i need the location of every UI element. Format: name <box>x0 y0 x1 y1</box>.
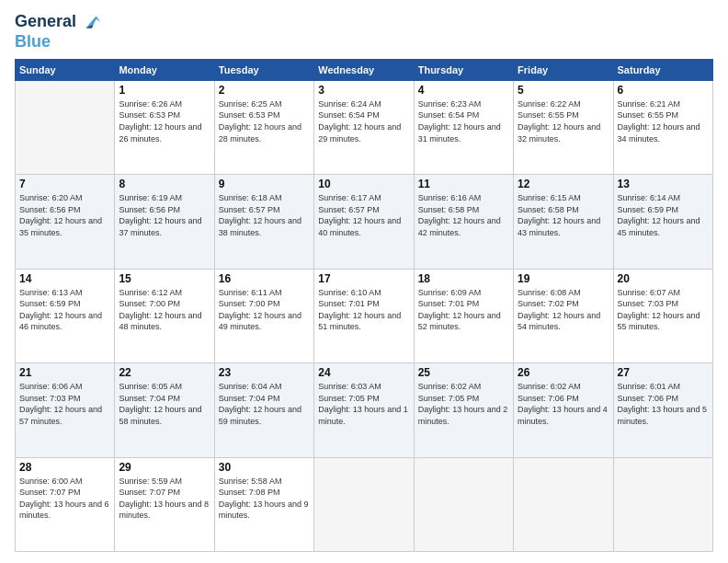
day-number: 21 <box>19 366 110 379</box>
day-number: 2 <box>219 84 310 97</box>
day-info: Sunrise: 5:58 AMSunset: 7:08 PMDaylight:… <box>219 476 310 522</box>
day-info: Sunrise: 6:03 AMSunset: 7:05 PMDaylight:… <box>318 381 409 427</box>
weekday-header: Tuesday <box>214 59 313 80</box>
weekday-header: Sunday <box>16 59 115 80</box>
calendar-week-row: 28Sunrise: 6:00 AMSunset: 7:07 PMDayligh… <box>16 457 713 551</box>
calendar-day-cell: 18Sunrise: 6:09 AMSunset: 7:01 PMDayligh… <box>414 269 513 362</box>
calendar-day-cell: 22Sunrise: 6:05 AMSunset: 7:04 PMDayligh… <box>115 363 214 457</box>
day-number: 8 <box>119 178 210 190</box>
day-number: 9 <box>219 178 310 190</box>
svg-marker-0 <box>85 17 100 29</box>
calendar-day-cell: 26Sunrise: 6:02 AMSunset: 7:06 PMDayligh… <box>514 363 613 457</box>
day-info: Sunrise: 6:15 AMSunset: 6:58 PMDaylight:… <box>518 192 609 238</box>
day-number: 23 <box>219 366 310 379</box>
weekday-header-row: SundayMondayTuesdayWednesdayThursdayFrid… <box>16 59 713 80</box>
day-info: Sunrise: 6:19 AMSunset: 6:56 PMDaylight:… <box>119 192 210 238</box>
day-number: 30 <box>219 461 310 474</box>
day-info: Sunrise: 6:23 AMSunset: 6:54 PMDaylight:… <box>418 98 509 144</box>
weekday-header: Saturday <box>613 59 712 80</box>
calendar-day-cell: 13Sunrise: 6:14 AMSunset: 6:59 PMDayligh… <box>613 175 712 269</box>
day-number: 10 <box>318 178 409 190</box>
calendar-day-cell: 4Sunrise: 6:23 AMSunset: 6:54 PMDaylight… <box>414 80 513 174</box>
day-info: Sunrise: 6:26 AMSunset: 6:53 PMDaylight:… <box>119 98 210 144</box>
calendar-day-cell: 21Sunrise: 6:06 AMSunset: 7:03 PMDayligh… <box>16 363 115 457</box>
calendar-day-cell <box>613 457 712 551</box>
day-info: Sunrise: 6:21 AMSunset: 6:55 PMDaylight:… <box>618 98 709 144</box>
day-number: 4 <box>418 84 509 97</box>
day-number: 29 <box>119 461 210 474</box>
calendar-day-cell: 25Sunrise: 6:02 AMSunset: 7:05 PMDayligh… <box>414 363 513 457</box>
calendar-week-row: 14Sunrise: 6:13 AMSunset: 6:59 PMDayligh… <box>16 269 713 362</box>
day-info: Sunrise: 6:25 AMSunset: 6:53 PMDaylight:… <box>219 98 310 144</box>
calendar-day-cell: 16Sunrise: 6:11 AMSunset: 7:00 PMDayligh… <box>214 269 313 362</box>
day-info: Sunrise: 6:06 AMSunset: 7:03 PMDaylight:… <box>19 381 110 427</box>
day-info: Sunrise: 6:01 AMSunset: 7:06 PMDaylight:… <box>618 381 709 427</box>
day-info: Sunrise: 6:22 AMSunset: 6:55 PMDaylight:… <box>518 98 609 144</box>
day-info: Sunrise: 6:12 AMSunset: 7:00 PMDaylight:… <box>119 287 210 333</box>
weekday-header: Monday <box>115 59 214 80</box>
day-info: Sunrise: 6:02 AMSunset: 7:06 PMDaylight:… <box>518 381 609 427</box>
page: General Blue SundayMondayTuesdayWednesda… <box>0 0 728 563</box>
logo-text-blue: Blue <box>15 32 51 51</box>
day-info: Sunrise: 6:24 AMSunset: 6:54 PMDaylight:… <box>318 98 409 144</box>
day-info: Sunrise: 6:16 AMSunset: 6:58 PMDaylight:… <box>418 192 509 238</box>
calendar-day-cell: 6Sunrise: 6:21 AMSunset: 6:55 PMDaylight… <box>613 80 712 174</box>
calendar-day-cell: 20Sunrise: 6:07 AMSunset: 7:03 PMDayligh… <box>613 269 712 362</box>
day-number: 20 <box>618 272 709 285</box>
day-number: 7 <box>19 178 110 190</box>
day-number: 1 <box>119 84 210 97</box>
day-number: 6 <box>618 84 709 97</box>
weekday-header: Wednesday <box>314 59 414 80</box>
day-number: 11 <box>418 178 509 190</box>
day-number: 22 <box>119 366 210 379</box>
calendar-day-cell: 27Sunrise: 6:01 AMSunset: 7:06 PMDayligh… <box>613 363 712 457</box>
day-number: 15 <box>119 272 210 285</box>
calendar-table: SundayMondayTuesdayWednesdayThursdayFrid… <box>15 59 713 552</box>
day-info: Sunrise: 6:11 AMSunset: 7:00 PMDaylight:… <box>219 287 310 333</box>
calendar-day-cell: 7Sunrise: 6:20 AMSunset: 6:56 PMDaylight… <box>16 175 115 269</box>
header: General Blue <box>15 11 713 52</box>
calendar-day-cell: 5Sunrise: 6:22 AMSunset: 6:55 PMDaylight… <box>514 80 613 174</box>
calendar-day-cell: 1Sunrise: 6:26 AMSunset: 6:53 PMDaylight… <box>115 80 214 174</box>
day-number: 12 <box>518 178 609 190</box>
weekday-header: Thursday <box>414 59 513 80</box>
day-info: Sunrise: 6:10 AMSunset: 7:01 PMDaylight:… <box>318 287 409 333</box>
calendar-day-cell: 15Sunrise: 6:12 AMSunset: 7:00 PMDayligh… <box>115 269 214 362</box>
day-number: 28 <box>19 461 110 474</box>
day-number: 17 <box>318 272 409 285</box>
day-number: 14 <box>19 272 110 285</box>
day-info: Sunrise: 6:00 AMSunset: 7:07 PMDaylight:… <box>19 476 110 522</box>
calendar-day-cell <box>16 80 115 174</box>
calendar-day-cell: 28Sunrise: 6:00 AMSunset: 7:07 PMDayligh… <box>16 457 115 551</box>
day-info: Sunrise: 6:07 AMSunset: 7:03 PMDaylight:… <box>618 287 709 333</box>
calendar-day-cell: 17Sunrise: 6:10 AMSunset: 7:01 PMDayligh… <box>314 269 414 362</box>
day-info: Sunrise: 6:04 AMSunset: 7:04 PMDaylight:… <box>219 381 310 427</box>
calendar-day-cell: 3Sunrise: 6:24 AMSunset: 6:54 PMDaylight… <box>314 80 414 174</box>
day-number: 13 <box>618 178 709 190</box>
day-info: Sunrise: 6:14 AMSunset: 6:59 PMDaylight:… <box>618 192 709 238</box>
day-info: Sunrise: 6:05 AMSunset: 7:04 PMDaylight:… <box>119 381 210 427</box>
day-number: 18 <box>418 272 509 285</box>
day-number: 19 <box>518 272 609 285</box>
calendar-day-cell: 23Sunrise: 6:04 AMSunset: 7:04 PMDayligh… <box>214 363 313 457</box>
day-number: 27 <box>618 366 709 379</box>
calendar-day-cell: 29Sunrise: 5:59 AMSunset: 7:07 PMDayligh… <box>115 457 214 551</box>
calendar-day-cell: 14Sunrise: 6:13 AMSunset: 6:59 PMDayligh… <box>16 269 115 362</box>
day-number: 16 <box>219 272 310 285</box>
calendar-day-cell: 24Sunrise: 6:03 AMSunset: 7:05 PMDayligh… <box>314 363 414 457</box>
day-info: Sunrise: 5:59 AMSunset: 7:07 PMDaylight:… <box>119 476 210 522</box>
calendar-week-row: 7Sunrise: 6:20 AMSunset: 6:56 PMDaylight… <box>16 175 713 269</box>
calendar-day-cell <box>414 457 513 551</box>
day-info: Sunrise: 6:02 AMSunset: 7:05 PMDaylight:… <box>418 381 509 427</box>
calendar-week-row: 1Sunrise: 6:26 AMSunset: 6:53 PMDaylight… <box>16 80 713 174</box>
day-number: 26 <box>518 366 609 379</box>
logo-text: General <box>15 13 76 31</box>
day-number: 5 <box>518 84 609 97</box>
calendar-week-row: 21Sunrise: 6:06 AMSunset: 7:03 PMDayligh… <box>16 363 713 457</box>
day-info: Sunrise: 6:09 AMSunset: 7:01 PMDaylight:… <box>418 287 509 333</box>
day-number: 3 <box>318 84 409 97</box>
weekday-header: Friday <box>514 59 613 80</box>
day-info: Sunrise: 6:13 AMSunset: 6:59 PMDaylight:… <box>19 287 110 333</box>
calendar-day-cell: 12Sunrise: 6:15 AMSunset: 6:58 PMDayligh… <box>514 175 613 269</box>
calendar-day-cell: 11Sunrise: 6:16 AMSunset: 6:58 PMDayligh… <box>414 175 513 269</box>
